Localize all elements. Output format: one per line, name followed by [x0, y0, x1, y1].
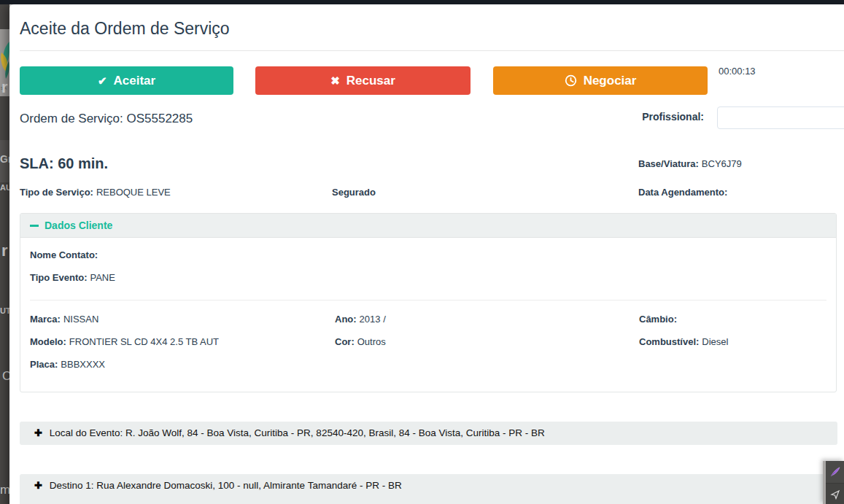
- modelo-field: Modelo:FRONTIER SL CD 4X4 2.5 TB AUT: [30, 336, 219, 347]
- ano-field: Ano:2013 /: [335, 314, 386, 325]
- modal-backdrop[interactable]: S.A r Gr AU r UT C m: [0, 4, 9, 504]
- local-do-evento-address: R. João Wolf, 84 - Boa Vista, Curitiba -…: [125, 427, 545, 438]
- order-number-line: Ordem de Serviço: OS5552285: [20, 112, 193, 126]
- bg-text-fragment: m: [0, 483, 9, 497]
- destino-1-address: Rua Alexandre Domacoski, 100 - null, Alm…: [96, 480, 401, 491]
- feather-pen-icon[interactable]: [826, 461, 844, 483]
- cor-field: Cor:Outros: [335, 336, 386, 347]
- bg-text-fragment: r: [1, 241, 8, 260]
- order-number: OS5552285: [126, 112, 193, 125]
- plus-icon: ✚: [34, 480, 42, 491]
- bg-text-fragment: AU: [0, 183, 9, 192]
- countdown-timer: 00:00:13: [719, 66, 756, 77]
- order-label: Ordem de Serviço:: [20, 112, 123, 125]
- local-do-evento-label: Local do Evento:: [50, 427, 123, 438]
- x-icon: ✖: [330, 74, 340, 88]
- cambio-field: Câmbio:: [639, 314, 680, 325]
- dados-cliente-panel: Dados Cliente Nome Contato: Tipo Evento:…: [20, 213, 837, 392]
- nome-contato-field: Nome Contato:: [30, 249, 101, 260]
- accept-button-label: Aceitar: [113, 74, 155, 88]
- tipo-evento-field: Tipo Evento:PANE: [30, 272, 115, 283]
- professional-input[interactable]: [717, 106, 844, 129]
- title-divider: [20, 50, 844, 51]
- placa-field: Placa:BBBXXXX: [30, 359, 105, 370]
- bg-text-fragment: C: [2, 369, 9, 384]
- top-app-bar: [0, 0, 844, 4]
- sla-text: SLA: 60 min.: [20, 155, 108, 172]
- dados-cliente-header[interactable]: Dados Cliente: [20, 214, 836, 238]
- data-agendamento-field: Data Agendamento:: [638, 187, 730, 198]
- negotiate-button[interactable]: Negociar: [493, 66, 708, 95]
- panel-divider: [30, 300, 826, 301]
- refuse-button[interactable]: ✖ Recusar: [255, 66, 471, 95]
- base-viatura-field: Base/Viatura:BCY6J79: [638, 158, 742, 169]
- minus-icon: [30, 225, 39, 227]
- bg-text-fragment: r: [1, 78, 8, 97]
- cursor-arrow-icon[interactable]: [826, 483, 844, 504]
- accept-button[interactable]: ✔ Aceitar: [20, 66, 233, 95]
- negotiate-button-label: Negociar: [584, 74, 637, 88]
- local-do-evento-section[interactable]: ✚ Local do Evento: R. João Wolf, 84 - Bo…: [20, 422, 837, 445]
- bg-text-fragment: Gr: [0, 153, 9, 165]
- screenshot-tool-widget: [823, 461, 844, 504]
- dados-cliente-title: Dados Cliente: [44, 220, 112, 231]
- clock-icon: [565, 74, 577, 87]
- tipo-servico-field: Tipo de Serviço:REBOQUE LEVE: [20, 187, 171, 198]
- bg-text-fragment: UT: [0, 306, 9, 315]
- refuse-button-label: Recusar: [346, 74, 395, 88]
- marca-field: Marca:NISSAN: [30, 314, 98, 325]
- combustivel-field: Combustível:Diesel: [639, 336, 728, 347]
- modal-title: Aceite da Ordem de Serviço: [20, 19, 230, 39]
- plus-icon: ✚: [34, 427, 42, 438]
- segurado-field: Segurado: [332, 187, 379, 198]
- destino-1-section[interactable]: ✚ Destino 1: Rua Alexandre Domacoski, 10…: [20, 474, 837, 504]
- service-order-accept-modal: Aceite da Ordem de Serviço ✔ Aceitar ✖ R…: [9, 4, 844, 504]
- professional-label: Profissional:: [520, 111, 704, 123]
- destino-1-label: Destino 1:: [50, 480, 94, 491]
- check-icon: ✔: [98, 74, 107, 88]
